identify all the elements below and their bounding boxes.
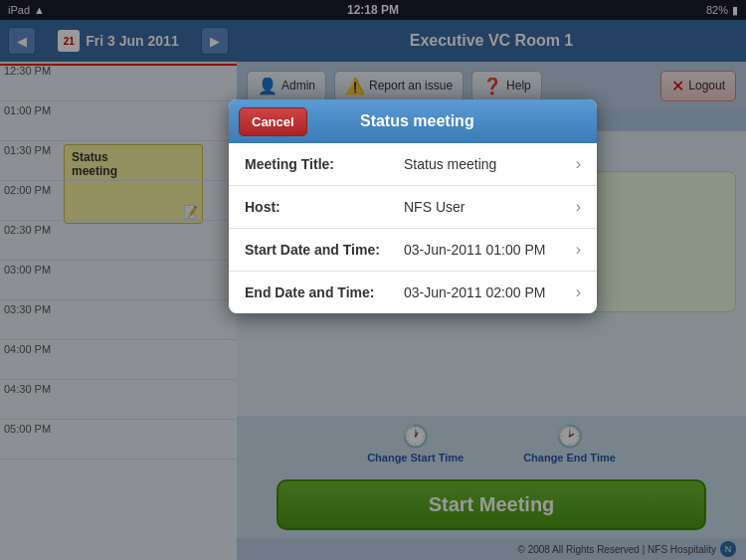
- modal-cancel-button[interactable]: Cancel: [239, 107, 307, 136]
- modal-host-value: NFS User: [404, 199, 576, 215]
- modal-row-meeting-title[interactable]: Meeting Title: Status meeting ›: [229, 143, 597, 186]
- modal-body: Meeting Title: Status meeting › Host: NF…: [229, 143, 597, 313]
- modal-host-label: Host:: [245, 199, 404, 215]
- modal-meeting-title-value: Status meeting: [404, 156, 576, 172]
- modal-title: Status meeting: [307, 112, 527, 130]
- modal-start-date-label: Start Date and Time:: [245, 242, 404, 258]
- modal-chevron-icon: ›: [576, 155, 581, 173]
- modal-row-host[interactable]: Host: NFS User ›: [229, 186, 597, 229]
- modal-end-date-value: 03-Jun-2011 02:00 PM: [404, 284, 576, 300]
- modal-start-date-value: 03-Jun-2011 01:00 PM: [404, 242, 576, 258]
- modal-end-date-label: End Date and Time:: [245, 284, 404, 300]
- modal-chevron-icon: ›: [576, 241, 581, 259]
- status-meeting-modal: Cancel Status meeting Meeting Title: Sta…: [229, 99, 597, 313]
- modal-header: Cancel Status meeting: [229, 99, 597, 143]
- modal-chevron-icon: ›: [576, 283, 581, 301]
- modal-chevron-icon: ›: [576, 198, 581, 216]
- modal-row-start-date[interactable]: Start Date and Time: 03-Jun-2011 01:00 P…: [229, 229, 597, 272]
- modal-row-end-date[interactable]: End Date and Time: 03-Jun-2011 02:00 PM …: [229, 272, 597, 313]
- modal-meeting-title-label: Meeting Title:: [245, 156, 404, 172]
